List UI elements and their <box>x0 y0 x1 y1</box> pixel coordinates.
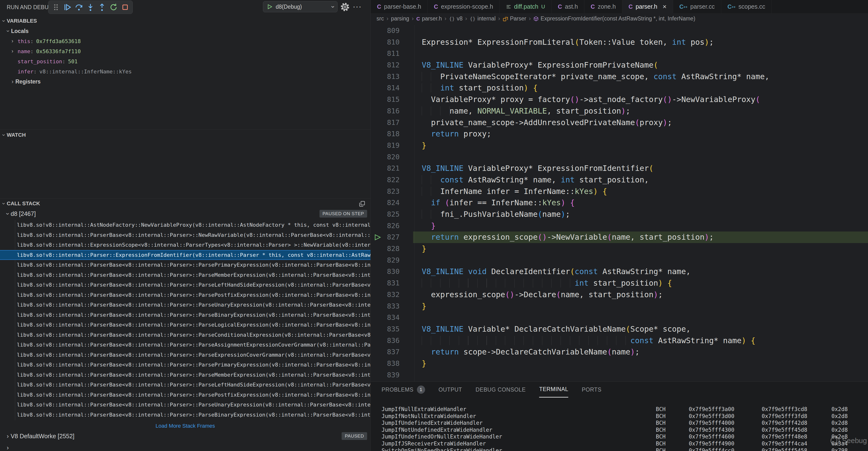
terminal-row: JumpIfNullExtraWideHandlerBCH0x7f9e5fff3… <box>381 406 868 413</box>
stack-frame[interactable]: libv8.so!v8::internal::ParserBase<v8::in… <box>0 360 371 370</box>
code-text: } <box>422 220 436 232</box>
close-icon[interactable]: × <box>662 3 666 10</box>
more-actions-icon[interactable]: ··· <box>353 0 362 13</box>
breadcrumb-item[interactable]: Cparser.h <box>416 16 442 22</box>
stack-frame[interactable]: libv8.so!v8::internal::ParserBase<v8::in… <box>0 400 371 410</box>
step-out-icon[interactable] <box>96 2 107 13</box>
stack-frame[interactable]: libv8.so!v8::internal::ParserBase<v8::in… <box>0 370 371 380</box>
panel-tab-output[interactable]: OUTPUT <box>439 382 462 397</box>
watch-header-label: WATCH <box>7 132 26 138</box>
breadcrumb-label: Parser <box>510 16 526 22</box>
thread-row-d8[interactable]: › d8 [2467] PAUSED ON STEP <box>0 208 371 219</box>
restart-icon[interactable] <box>108 2 119 13</box>
stack-frame[interactable]: libv8.so!v8::internal::ExpressionScope<v… <box>0 240 371 250</box>
step-into-icon[interactable] <box>85 2 96 13</box>
variable-row[interactable]: ›this:0x7ffd3a653618 <box>0 36 371 46</box>
breadcrumb-item[interactable]: ExpressionFromIdentifier(const AstRawStr… <box>533 16 695 22</box>
gripper-icon[interactable] <box>50 2 61 13</box>
breadcrumb-label: ExpressionFromIdentifier(const AstRawStr… <box>540 16 695 22</box>
stack-frame[interactable]: libv8.so!v8::internal::ParserBase<v8::in… <box>0 310 371 320</box>
code-line: 832 expression_scope()->Declare(name, st… <box>371 289 868 301</box>
variable-row[interactable]: start_position:501 <box>0 56 371 66</box>
terminal-cell: 0x2d8 <box>831 413 868 420</box>
panel-tab-terminal[interactable]: TERMINAL <box>539 382 568 397</box>
load-more-stack-frames-link[interactable]: Load More Stack Frames <box>0 421 371 431</box>
stack-frame[interactable]: libv8.so!v8::internal::Parser::Expressio… <box>0 250 371 260</box>
terminal-cell: 0x7f9e5fff5458 <box>762 447 831 451</box>
panel-tab-problems[interactable]: PROBLEMS1 <box>381 382 425 397</box>
paused-badge: PAUSED <box>342 432 367 440</box>
tab-ast.h[interactable]: Cast.h <box>552 0 585 13</box>
breadcrumb-item[interactable]: {}internal <box>470 16 496 22</box>
code-line: 821V8_INLINE VariableProxy* ExpressionFr… <box>371 163 868 174</box>
step-over-icon[interactable] <box>73 2 85 13</box>
tab-expression-scope.h[interactable]: Cexpression-scope.h <box>428 0 500 13</box>
debug-start-icon[interactable] <box>267 4 273 10</box>
stack-frame[interactable]: libv8.so!v8::internal::ParserBase<v8::in… <box>0 270 371 280</box>
diff-file-icon <box>506 4 511 9</box>
continue-icon[interactable] <box>62 2 73 13</box>
stack-frame[interactable]: libv8.so!v8::internal::ParserBase<v8::in… <box>0 330 371 340</box>
code-line: 814 int start_position) { <box>371 82 868 94</box>
stack-frame[interactable]: libv8.so!v8::internal::ParserBase<v8::in… <box>0 410 371 420</box>
line-number: 811 <box>371 48 400 59</box>
gear-icon[interactable] <box>340 2 350 12</box>
terminal-cell: 0x7f9e5fff42d8 <box>762 419 831 426</box>
terminal-cell: 0x7f9e5fff3a00 <box>689 406 762 413</box>
stack-frame[interactable]: libv8.so!v8::internal::ParserBase<v8::in… <box>0 280 371 290</box>
stack-frame[interactable]: libv8.so!v8::internal::ParserBase<v8::in… <box>0 260 371 270</box>
tab-parser-base.h[interactable]: Cparser-base.h <box>371 0 428 13</box>
stack-frame[interactable]: libv8.so!v8::internal::ParserBase<v8::in… <box>0 230 371 240</box>
code-text: int start_position) { <box>422 277 672 289</box>
breadcrumb-item[interactable]: parsing <box>391 16 409 22</box>
code-area[interactable]: 809810Expression* ExpressionFromLiteral(… <box>371 25 868 381</box>
thread-row-partial[interactable]: › <box>7 444 9 451</box>
panel-tab-ports[interactable]: PORTS <box>582 382 601 397</box>
chevron-collapsed-icon[interactable]: › <box>11 48 18 54</box>
terminal-output[interactable]: JumpIfNullExtraWideHandlerBCH0x7f9e5fff3… <box>381 406 868 451</box>
tab-scopes.cc[interactable]: C++scopes.cc <box>721 0 772 13</box>
line-number: 814 <box>371 82 400 94</box>
stack-frame[interactable]: libv8.so!v8::internal::ParserBase<v8::in… <box>0 290 371 300</box>
stack-frame[interactable]: libv8.so!v8::internal::ParserBase<v8::in… <box>0 390 371 400</box>
stack-frame[interactable]: libv8.so!v8::internal::ParserBase<v8::in… <box>0 300 371 310</box>
breadcrumb-item[interactable]: src <box>376 16 384 22</box>
code-line: 837 return scope->DeclareCatchVariableNa… <box>371 346 868 358</box>
thread-row-worker[interactable]: › V8 DefaultWorke [2552] PAUSED <box>0 431 371 441</box>
variables-section-header[interactable]: › VARIABLES <box>0 16 371 26</box>
stack-frame[interactable]: libv8.so!v8::internal::ParserBase<v8::in… <box>0 380 371 390</box>
breadcrumb-item[interactable]: {}v8 <box>449 16 462 22</box>
breadcrumb-separator-icon: › <box>412 16 414 22</box>
code-line: 827 return expression_scope()->NewVariab… <box>371 232 868 243</box>
locals-group[interactable]: › Locals <box>7 26 29 36</box>
tab-parser.cc[interactable]: C++parser.cc <box>673 0 721 13</box>
stop-icon[interactable] <box>120 2 131 13</box>
line-number: 824 <box>371 197 400 209</box>
code-text: InferName infer = InferName::kYes) { <box>422 186 607 197</box>
registers-group[interactable]: › Registers <box>11 77 41 87</box>
tab-parser.h[interactable]: Cparser.h× <box>622 0 673 13</box>
code-line: 809 <box>371 25 868 37</box>
code-line: 834 <box>371 312 868 324</box>
stack-frame[interactable]: libv8.so!v8::internal::ParserBase<v8::in… <box>0 340 371 350</box>
terminal-cell: 0x7f9e5fff3cd8 <box>762 406 831 413</box>
line-number: 835 <box>371 324 400 335</box>
code-line: 835V8_INLINE Variable* DeclareCatchVaria… <box>371 324 868 335</box>
chevron-expanded-icon: › <box>5 30 11 32</box>
tab-zone.h[interactable]: Czone.h <box>584 0 622 13</box>
variable-row[interactable]: ›name:0x56336fa7f110 <box>0 46 371 56</box>
breadcrumb-item[interactable]: Parser <box>503 16 526 22</box>
tab-diff.patch[interactable]: diff.patchU <box>500 0 552 13</box>
call-stack-section-header[interactable]: › CALL STACK <box>0 198 371 208</box>
panel-tab-debug-console[interactable]: DEBUG CONSOLE <box>476 382 526 397</box>
stack-frame[interactable]: libv8.so!v8::internal::ParserBase<v8::in… <box>0 350 371 360</box>
stack-frame[interactable]: libv8.so!v8::internal::ParserBase<v8::in… <box>0 320 371 330</box>
variable-row[interactable]: infer:v8::internal::InferName::kYes <box>0 66 371 77</box>
debug-config-dropdown[interactable]: d8(Debug) › <box>263 1 338 12</box>
watch-section-header[interactable]: › WATCH <box>0 129 371 140</box>
code-line: 812V8_INLINE VariableProxy* ExpressionFr… <box>371 59 868 71</box>
chevron-collapsed-icon[interactable]: › <box>11 38 18 44</box>
chevron-expanded-icon: › <box>0 203 7 205</box>
restart-frames-icon[interactable] <box>359 200 366 209</box>
stack-frame[interactable]: libv8.so!v8::internal::AstNodeFactory::N… <box>0 220 371 230</box>
